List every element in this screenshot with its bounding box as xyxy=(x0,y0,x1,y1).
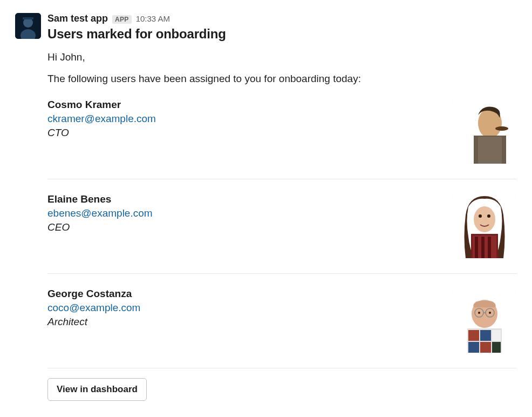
user-photo[interactable] xyxy=(452,99,517,164)
user-name: George Costanza xyxy=(47,288,441,300)
app-badge: APP xyxy=(112,15,132,24)
user-info: Elaine Benes ebenes@example.com CEO xyxy=(47,193,441,233)
user-photo[interactable] xyxy=(452,288,517,353)
view-dashboard-button[interactable]: View in dashboard xyxy=(47,378,147,401)
user-name: Elaine Benes xyxy=(47,193,441,205)
message-timestamp[interactable]: 10:33 AM xyxy=(136,14,170,23)
user-title: Architect xyxy=(47,316,441,328)
user-info: George Costanza coco@example.com Archite… xyxy=(47,288,441,328)
message-content: Sam test app APP 10:33 AM Users marked f… xyxy=(47,13,517,401)
svg-point-8 xyxy=(495,126,508,131)
svg-rect-3 xyxy=(23,17,33,19)
svg-rect-7 xyxy=(478,137,502,164)
svg-point-16 xyxy=(479,214,482,218)
message-title: Users marked for onboarding xyxy=(47,26,517,42)
user-title: CEO xyxy=(47,221,441,233)
message-header: Sam test app APP 10:33 AM xyxy=(47,13,517,24)
user-email-link[interactable]: coco@example.com xyxy=(47,302,140,314)
greeting-text: Hi John, xyxy=(47,51,517,63)
intro-text: The following users have been assigned t… xyxy=(47,73,517,85)
svg-point-23 xyxy=(478,312,480,314)
svg-rect-14 xyxy=(481,237,485,258)
svg-point-24 xyxy=(489,312,491,314)
svg-point-17 xyxy=(487,214,490,218)
svg-point-10 xyxy=(474,206,495,232)
user-email-link[interactable]: ckramer@example.com xyxy=(47,113,156,125)
svg-rect-13 xyxy=(475,237,478,258)
app-avatar[interactable] xyxy=(15,13,41,39)
svg-rect-15 xyxy=(488,237,491,258)
user-email-link[interactable]: ebenes@example.com xyxy=(47,207,153,219)
user-photo[interactable] xyxy=(452,193,517,258)
user-info: Cosmo Kramer ckramer@example.com CTO xyxy=(47,99,441,139)
user-entry: George Costanza coco@example.com Archite… xyxy=(47,284,517,368)
action-row: View in dashboard xyxy=(47,378,517,401)
user-title: CTO xyxy=(47,127,441,139)
slack-message: Sam test app APP 10:33 AM Users marked f… xyxy=(15,13,517,401)
app-name[interactable]: Sam test app xyxy=(47,13,108,24)
user-entry: Cosmo Kramer ckramer@example.com CTO xyxy=(47,95,517,179)
user-name: Cosmo Kramer xyxy=(47,99,441,111)
user-entry: Elaine Benes ebenes@example.com CEO xyxy=(47,189,517,274)
